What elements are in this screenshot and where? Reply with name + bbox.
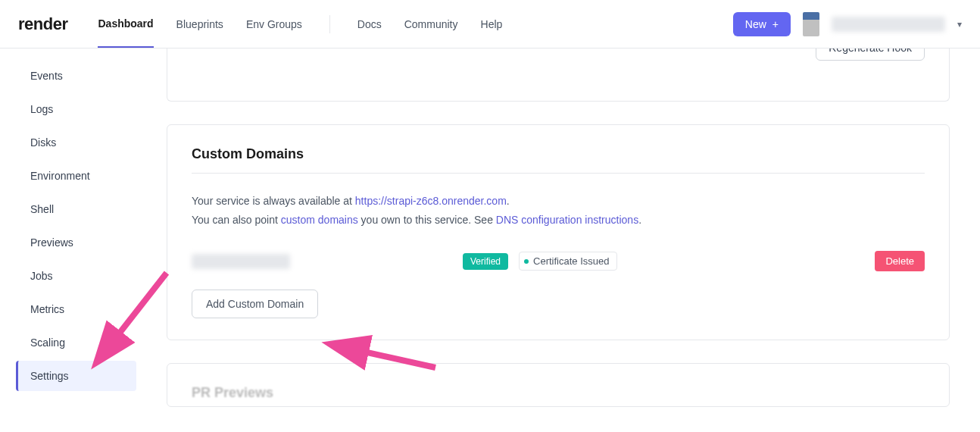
top-navigation: render Dashboard Blueprints Env Groups D… xyxy=(0,0,980,49)
sidebar-item-shell[interactable]: Shell xyxy=(18,194,136,224)
deploy-hook-card: server. Remember to keep this a secret. … xyxy=(167,49,950,102)
sidebar-item-events[interactable]: Events xyxy=(18,61,136,91)
intro-prefix: Your service is always available at xyxy=(192,195,355,207)
chevron-down-icon[interactable]: ▾ xyxy=(957,19,962,30)
regenerate-hook-button[interactable]: Regenerate Hook xyxy=(816,49,925,61)
custom-domains-title: Custom Domains xyxy=(192,146,925,162)
sidebar-item-environment[interactable]: Environment xyxy=(18,161,136,191)
brand-logo[interactable]: render xyxy=(18,14,67,34)
custom-domains-intro: Your service is always available at http… xyxy=(192,192,925,211)
nav-blueprints[interactable]: Blueprints xyxy=(176,2,223,47)
new-button[interactable]: New + xyxy=(733,12,791,36)
nav-dashboard[interactable]: Dashboard xyxy=(98,1,153,48)
nav-community[interactable]: Community xyxy=(404,2,458,47)
new-button-label: New xyxy=(745,18,766,30)
user-name[interactable] xyxy=(832,17,945,32)
custom-domains-link[interactable]: custom domains xyxy=(281,214,358,226)
nav-docs[interactable]: Docs xyxy=(357,2,382,47)
nav-right-group: New + ▾ xyxy=(733,12,962,36)
custom-domains-card: Custom Domains Your service is always av… xyxy=(167,124,950,340)
domain-name xyxy=(192,254,290,269)
dns-instructions-link[interactable]: DNS configuration instructions xyxy=(496,214,638,226)
service-url-link[interactable]: https://strapi-z6c8.onrender.com xyxy=(355,195,507,207)
status-dot-icon xyxy=(524,259,529,264)
sidebar-item-scaling[interactable]: Scaling xyxy=(18,327,136,358)
line2-mid: you own to this service. See xyxy=(358,214,496,226)
plus-icon: + xyxy=(772,18,779,30)
certificate-badge-label: Certificate Issued xyxy=(533,255,609,267)
nav-help[interactable]: Help xyxy=(481,2,503,47)
sidebar-item-previews[interactable]: Previews xyxy=(18,227,136,258)
sidebar-item-settings[interactable]: Settings xyxy=(16,361,136,391)
sidebar: Events Logs Disks Environment Shell Prev… xyxy=(0,49,151,432)
domain-row: Verified Certificate Issued Delete xyxy=(192,251,925,271)
certificate-badge: Certificate Issued xyxy=(519,252,617,271)
content-area: server. Remember to keep this a secret. … xyxy=(151,49,980,432)
next-card-title: PR Previews xyxy=(192,385,925,401)
main-area: Events Logs Disks Environment Shell Prev… xyxy=(0,49,980,432)
delete-domain-button[interactable]: Delete xyxy=(875,251,925,271)
nav-left-group: Dashboard Blueprints Env Groups Docs Com… xyxy=(98,1,502,48)
add-custom-domain-button[interactable]: Add Custom Domain xyxy=(192,290,318,318)
line2-suffix: . xyxy=(638,214,641,226)
line2-prefix: You can also point xyxy=(192,214,281,226)
sidebar-item-logs[interactable]: Logs xyxy=(18,94,136,124)
intro-suffix: . xyxy=(507,195,510,207)
sidebar-item-jobs[interactable]: Jobs xyxy=(18,261,136,291)
section-divider xyxy=(192,173,925,174)
sidebar-item-metrics[interactable]: Metrics xyxy=(18,294,136,324)
workspace-icon[interactable] xyxy=(803,12,819,36)
next-card-partial: PR Previews xyxy=(167,363,950,407)
sidebar-item-disks[interactable]: Disks xyxy=(18,127,136,158)
nav-divider xyxy=(329,15,330,33)
verified-badge: Verified xyxy=(463,253,508,270)
nav-env-groups[interactable]: Env Groups xyxy=(246,2,302,47)
custom-domains-line2: You can also point custom domains you ow… xyxy=(192,211,925,230)
